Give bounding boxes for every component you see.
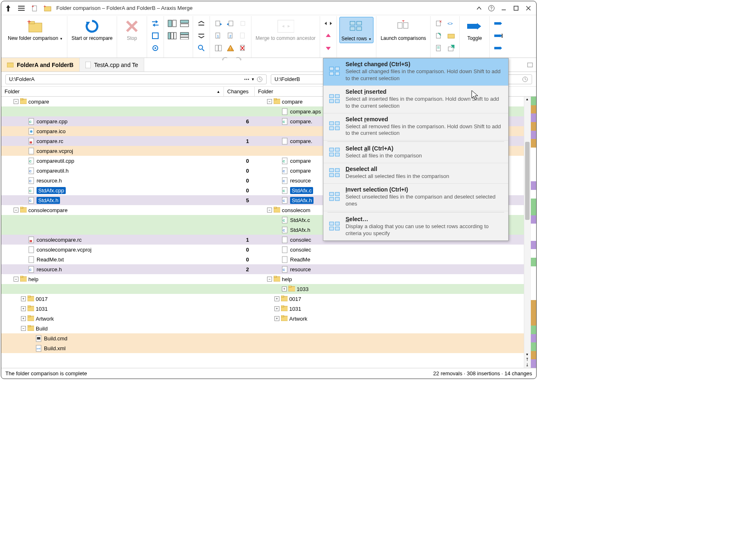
scroll-up-icon[interactable]: ▲ xyxy=(526,97,529,101)
layout-1-icon[interactable] xyxy=(166,18,178,29)
tab-overflow-icon[interactable] xyxy=(524,58,536,72)
menu-item[interactable]: Select all (Ctrl+A)Select all files in t… xyxy=(323,143,508,163)
table-row[interactable]: +0017+0017 xyxy=(1,294,524,304)
expand-toggle[interactable]: − xyxy=(21,326,26,331)
table-row[interactable]: +Artwork+Artwork xyxy=(1,314,524,323)
numbered-1-icon[interactable]: 1 xyxy=(212,30,224,42)
code-icon[interactable]: <> xyxy=(445,18,457,29)
table-row[interactable]: +1031+1031 xyxy=(1,304,524,314)
maximize-icon[interactable] xyxy=(511,3,521,14)
menu-item[interactable]: Select changed (Ctrl+S)Select all change… xyxy=(323,58,508,86)
swap-panes-icon[interactable] xyxy=(150,18,161,29)
svg-rect-81 xyxy=(467,24,477,29)
menu-item[interactable]: Select removedSelect all removed files i… xyxy=(323,113,508,141)
tab-active[interactable]: FolderA and FolderB xyxy=(1,58,80,72)
export-icon[interactable] xyxy=(445,42,457,54)
layout-2-icon[interactable] xyxy=(179,18,190,29)
collapse-ribbon-icon[interactable] xyxy=(474,3,484,14)
table-row[interactable]: Cresource.h2Cresource xyxy=(1,264,524,274)
expand-toggle[interactable]: − xyxy=(267,99,272,104)
folder-icon-small[interactable] xyxy=(445,30,457,42)
new-folder-comparison-button[interactable]: + New folder comparison ▼ xyxy=(6,17,65,42)
delete-icon[interactable]: × xyxy=(433,18,445,29)
path-history-icon-r[interactable] xyxy=(522,76,528,83)
help-icon[interactable]: ? xyxy=(486,3,497,14)
select-rows-button[interactable]: Select rows ▼ xyxy=(339,17,373,43)
menu-item[interactable]: Select insertedSelect all inserted files… xyxy=(323,86,508,113)
expand-toggle[interactable]: − xyxy=(14,99,18,104)
expand-toggle[interactable]: − xyxy=(267,277,272,282)
layout-3-icon[interactable] xyxy=(166,30,178,42)
expand-toggle[interactable]: + xyxy=(274,296,279,301)
table-row[interactable]: −help−help xyxy=(1,274,524,284)
menu-item[interactable]: Deselect allDeselect all selected files … xyxy=(323,163,508,184)
expand-toggle[interactable]: + xyxy=(274,316,279,321)
table-row[interactable]: −Build xyxy=(1,323,524,333)
settings-icon[interactable] xyxy=(150,42,161,54)
layout-4-icon[interactable] xyxy=(179,30,190,42)
toggle-button[interactable]: Toggle xyxy=(462,17,487,42)
nav-diff-up-icon[interactable] xyxy=(323,30,334,42)
recompare-button[interactable]: Start or recompare xyxy=(70,17,114,42)
expand-toggle[interactable]: + xyxy=(21,316,26,321)
svg-rect-38 xyxy=(229,21,233,26)
file-icon xyxy=(282,236,288,243)
filter-icon[interactable] xyxy=(196,42,207,54)
align-icon[interactable] xyxy=(212,42,224,54)
copy-left-icon[interactable] xyxy=(212,18,224,29)
scroll-thumb[interactable] xyxy=(525,142,530,220)
expand-toggle[interactable]: + xyxy=(282,286,287,291)
table-row[interactable]: consolecompare.vcproj0consolec xyxy=(1,245,524,254)
numbered-2-icon[interactable]: 2 xyxy=(225,30,236,42)
menu-icon[interactable] xyxy=(17,4,26,13)
scroll-down-icon[interactable]: ▼ xyxy=(526,353,529,356)
menu-item-icon xyxy=(327,186,342,208)
close-icon[interactable] xyxy=(523,3,534,14)
expand-toggle[interactable]: + xyxy=(274,306,279,311)
report-icon[interactable] xyxy=(433,42,445,54)
path-history-icon[interactable] xyxy=(256,76,263,83)
new-folder-small-icon[interactable]: + xyxy=(43,4,52,13)
tab-inactive[interactable]: TestA.cpp and Te xyxy=(80,58,144,72)
scroll-top-icon[interactable]: ⤒ xyxy=(526,357,529,362)
expand-toggle[interactable]: − xyxy=(14,208,18,213)
bookmark-2-icon[interactable] xyxy=(492,30,504,42)
table-row[interactable]: +1033 xyxy=(1,284,524,294)
menu-item[interactable]: Select…Display a dialog that you can use… xyxy=(323,213,508,240)
table-row[interactable]: Build.cmd xyxy=(1,333,524,343)
remove-icon[interactable] xyxy=(237,42,249,54)
path-dropdown-icon[interactable]: ▼ xyxy=(251,77,255,81)
scroll-bottom-icon[interactable]: ⤓ xyxy=(526,363,529,367)
table-row[interactable]: ReadMe.txt0ReadMe xyxy=(1,254,524,264)
expand-toggle[interactable]: + xyxy=(21,296,26,301)
svg-marker-58 xyxy=(325,22,327,25)
svg-text:C: C xyxy=(283,229,285,232)
svg-text:?: ? xyxy=(490,6,493,11)
changes-count: 1 xyxy=(224,235,255,245)
scrollbar[interactable]: ▲ ▼ ⤒ ⤓ xyxy=(524,97,530,368)
minimize-icon[interactable] xyxy=(498,3,509,14)
bookmark-3-icon[interactable] xyxy=(492,42,504,54)
header-folder-left[interactable]: Folder ▲ xyxy=(1,87,224,96)
bookmark-1-icon[interactable] xyxy=(492,18,504,29)
tool-icon-1[interactable] xyxy=(150,30,161,42)
path-left[interactable]: U:\FolderA ⋯ ▼ xyxy=(5,74,267,84)
file-icon xyxy=(282,108,288,115)
new-file-icon[interactable]: + xyxy=(30,4,39,13)
copy-right-icon[interactable] xyxy=(225,18,236,29)
expand-toggle[interactable]: − xyxy=(267,208,272,213)
expand-toggle[interactable]: − xyxy=(14,277,18,282)
menu-item[interactable]: Invert selection (Ctrl+I)Select unselect… xyxy=(323,184,508,211)
launch-comparisons-button[interactable]: + Launch comparisons xyxy=(379,17,428,42)
collapse-all-icon[interactable] xyxy=(196,30,207,42)
overview-strip[interactable] xyxy=(530,97,536,368)
expand-toggle[interactable]: + xyxy=(21,306,26,311)
nav-diff-down-icon[interactable] xyxy=(323,42,334,54)
warning-icon[interactable]: ! xyxy=(225,42,236,54)
table-row[interactable]: xmlBuild.xml xyxy=(1,343,524,353)
expand-all-icon[interactable] xyxy=(196,18,207,29)
header-changes[interactable]: Changes xyxy=(224,87,255,96)
edit-icon[interactable] xyxy=(433,30,445,42)
nav-horiz-icon[interactable] xyxy=(323,18,334,29)
path-more-icon[interactable]: ⋯ xyxy=(244,76,249,82)
